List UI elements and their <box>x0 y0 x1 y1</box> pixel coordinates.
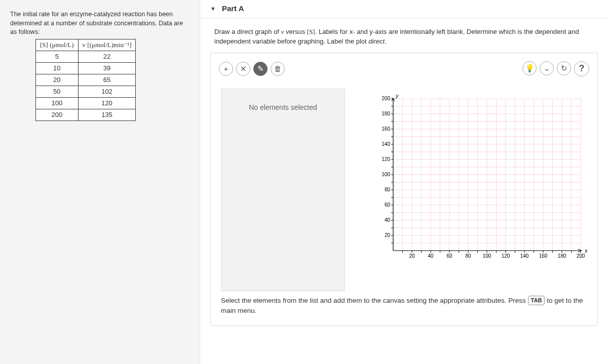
svg-text:40: 40 <box>385 217 391 223</box>
hint-button[interactable]: 💡 <box>522 61 537 75</box>
footer-note: Select the elements from the list and ad… <box>221 296 587 316</box>
svg-text:20: 20 <box>409 253 415 259</box>
svg-text:40: 40 <box>428 253 434 259</box>
svg-text:140: 140 <box>520 253 529 259</box>
reset-button[interactable]: ↻ <box>557 61 571 75</box>
collapse-caret-icon[interactable]: ▼ <box>210 6 216 12</box>
svg-text:120: 120 <box>382 156 390 162</box>
svg-text:140: 140 <box>382 141 390 147</box>
table-row: 50102 <box>36 86 136 97</box>
svg-text:80: 80 <box>385 187 391 192</box>
svg-text:80: 80 <box>465 253 471 259</box>
tab-key-hint: TAB <box>528 296 545 305</box>
graph-widget: + ✕ ✎ 🗑 💡 ⌄ ↻ ? No elements selected <box>210 53 598 326</box>
col-s-header: [S] (μmol/L) <box>36 39 79 51</box>
trash-button[interactable]: 🗑 <box>271 62 285 76</box>
svg-text:160: 160 <box>382 126 390 132</box>
toolbar: + ✕ ✎ 🗑 💡 ⌄ ↻ ? <box>217 61 591 76</box>
svg-text:160: 160 <box>539 253 548 259</box>
answer-panel: ▼ Part A Draw a direct graph of v versus… <box>200 0 608 364</box>
data-table: [S] (μmol/L) v [(μmol/L)min⁻¹] 522103920… <box>35 39 136 121</box>
svg-text:180: 180 <box>382 111 390 116</box>
part-header[interactable]: ▼ Part A <box>200 0 608 18</box>
problem-intro: The initial rate for an enzyme-catalyzed… <box>10 10 189 37</box>
selection-panel: No elements selected <box>221 89 345 291</box>
table-row: 2065 <box>36 74 136 86</box>
svg-text:200: 200 <box>382 96 390 101</box>
table-row: 200135 <box>36 109 136 120</box>
svg-text:120: 120 <box>502 253 510 259</box>
table-row: 1039 <box>36 62 136 74</box>
draw-button[interactable]: ✎ <box>253 62 268 76</box>
svg-text:60: 60 <box>385 202 391 208</box>
table-row: 522 <box>36 51 136 62</box>
help-button[interactable]: ? <box>574 61 589 76</box>
table-row: 100120 <box>36 97 136 109</box>
part-label: Part A <box>222 4 244 13</box>
y-axis-label: y <box>395 93 399 99</box>
svg-text:20: 20 <box>385 232 391 238</box>
instructions: Draw a direct graph of v versus [S]. Lab… <box>200 18 608 53</box>
add-element-button[interactable]: + <box>219 62 233 76</box>
svg-text:180: 180 <box>558 253 566 259</box>
svg-text:60: 60 <box>446 253 452 259</box>
col-v-header: v [(μmol/L)min⁻¹] <box>78 39 136 51</box>
more-button[interactable]: ⌄ <box>540 61 554 75</box>
svg-text:200: 200 <box>577 253 585 259</box>
svg-text:100: 100 <box>382 172 390 177</box>
problem-panel: The initial rate for an enzyme-catalyzed… <box>0 0 200 364</box>
graph-canvas[interactable]: y x 20406080100120140160180200 204060801… <box>368 89 591 276</box>
svg-text:100: 100 <box>483 253 491 259</box>
remove-point-button[interactable]: ✕ <box>236 62 250 76</box>
